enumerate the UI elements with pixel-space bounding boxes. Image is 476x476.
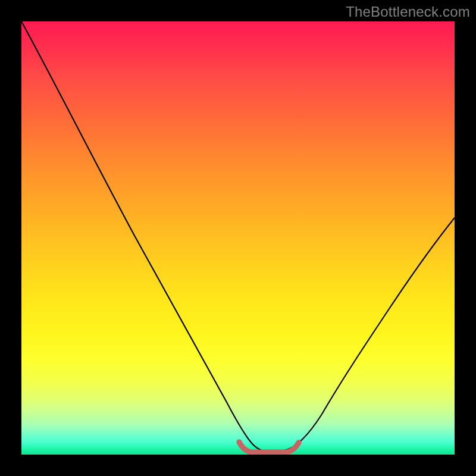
marker-dot bbox=[237, 440, 242, 445]
chart-canvas: TheBottleneck.com bbox=[0, 0, 476, 476]
marker-dot bbox=[296, 440, 302, 446]
bottleneck-curve bbox=[21, 21, 455, 452]
sweet-spot-marker bbox=[239, 442, 299, 452]
plot-area bbox=[21, 21, 455, 455]
watermark-text: TheBottleneck.com bbox=[346, 4, 470, 20]
curve-layer bbox=[21, 21, 455, 455]
